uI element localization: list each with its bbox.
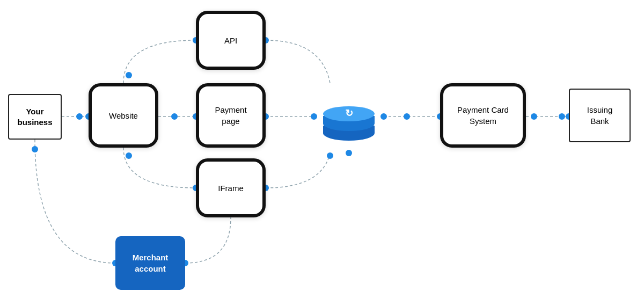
payment-page-node: Paymentpage [196, 83, 266, 148]
payment-card-system-label: Payment CardSystem [457, 104, 509, 127]
svg-text:↻: ↻ [345, 108, 353, 119]
svg-point-9 [126, 152, 132, 159]
issuing-bank-label: IssuingBank [587, 104, 613, 127]
svg-point-18 [404, 113, 410, 120]
diagram: Yourbusiness Website API Paymentpage IFr… [0, 0, 644, 306]
svg-point-15 [327, 152, 333, 159]
svg-point-21 [531, 113, 537, 120]
iframe-node: IFrame [196, 158, 266, 217]
api-node: API [196, 11, 266, 70]
svg-point-7 [126, 72, 132, 78]
website-node: Website [89, 83, 158, 148]
issuing-bank-node: IssuingBank [569, 89, 631, 142]
website-label: Website [109, 111, 138, 120]
svg-point-4 [171, 113, 178, 120]
merchant-account-label: Merchantaccount [133, 252, 169, 274]
payment-page-label: Paymentpage [215, 104, 246, 127]
api-label: API [224, 36, 237, 45]
payment-gateway-stack: ↻ [314, 83, 384, 153]
your-business-label: Yourbusiness [17, 106, 52, 127]
svg-point-24 [32, 146, 38, 152]
payment-card-system-node: Payment CardSystem [440, 83, 526, 148]
svg-point-1 [76, 113, 83, 120]
svg-point-22 [559, 113, 565, 120]
iframe-label: IFrame [218, 184, 244, 193]
your-business-node: Yourbusiness [8, 94, 62, 140]
merchant-account-node: Merchantaccount [115, 236, 185, 290]
